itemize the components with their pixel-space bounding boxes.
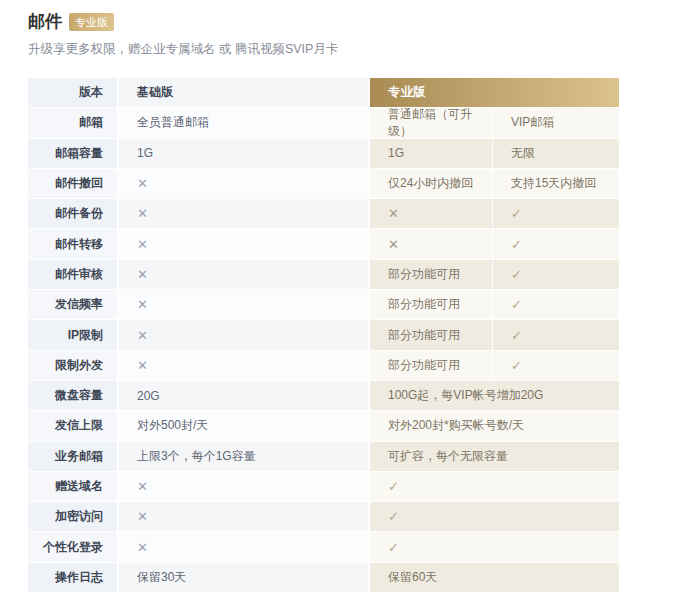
cell-value: 1G — [119, 139, 368, 168]
table-row: 业务邮箱上限3个，每个1G容量可扩容，每个无限容量 — [28, 442, 619, 471]
row-label: 赠送域名 — [28, 472, 117, 501]
cell-value: 部分功能可用 — [370, 320, 492, 349]
page-title: 邮件 — [28, 12, 62, 32]
table-row: 邮件审核✕部分功能可用✓ — [28, 260, 619, 289]
row-label: 邮件审核 — [28, 260, 117, 289]
cross-icon: ✕ — [119, 229, 368, 258]
cell-value: 部分功能可用 — [370, 260, 492, 289]
table-body: 邮箱全员普通邮箱普通邮箱（可升级）VIP邮箱邮箱容量1G1G无限邮件撤回✕仅24… — [28, 108, 619, 592]
cross-icon: ✕ — [370, 199, 492, 228]
cell-value: 上限3个，每个1G容量 — [119, 442, 368, 471]
row-label: 微盘容量 — [28, 381, 117, 410]
cross-icon: ✕ — [119, 260, 368, 289]
table-row: 邮箱容量1G1G无限 — [28, 139, 619, 168]
table-row: 邮件备份✕✕✓ — [28, 199, 619, 228]
cross-icon: ✕ — [119, 532, 368, 561]
table-row: 个性化登录✕✓ — [28, 532, 619, 561]
cross-icon: ✕ — [119, 472, 368, 501]
table-row: 邮件撤回✕仅24小时内撤回支持15天内撤回 — [28, 169, 619, 198]
cell-value: 对外500封/天 — [119, 411, 368, 440]
column-header-pro: 专业版 — [370, 78, 619, 107]
check-icon: ✓ — [370, 502, 619, 531]
row-label: 个性化登录 — [28, 532, 117, 561]
cell-value: 全员普通邮箱 — [119, 108, 368, 137]
row-label: 邮件转移 — [28, 229, 117, 258]
page-header: 邮件 专业版 升级享更多权限，赠企业专属域名 或 腾讯视频SVIP月卡 — [28, 12, 338, 58]
cell-value: 1G — [370, 139, 492, 168]
cell-value: 普通邮箱（可升级） — [370, 108, 492, 137]
cell-value: 支持15天内撤回 — [493, 169, 619, 198]
page-subtitle: 升级享更多权限，赠企业专属域名 或 腾讯视频SVIP月卡 — [28, 41, 338, 58]
check-icon: ✓ — [493, 351, 619, 380]
check-icon: ✓ — [493, 320, 619, 349]
cross-icon: ✕ — [119, 502, 368, 531]
cell-value: 部分功能可用 — [370, 290, 492, 319]
cell-value: 20G — [119, 381, 368, 410]
cross-icon: ✕ — [370, 229, 492, 258]
cross-icon: ✕ — [119, 169, 368, 198]
table-row: 加密访问✕✓ — [28, 502, 619, 531]
table-row: 邮件转移✕✕✓ — [28, 229, 619, 258]
check-icon: ✓ — [493, 199, 619, 228]
pro-edition-badge: 专业版 — [69, 13, 114, 31]
table-row: 操作日志保留30天保留60天 — [28, 563, 619, 592]
row-label: 邮件撤回 — [28, 169, 117, 198]
check-icon: ✓ — [370, 532, 619, 561]
check-icon: ✓ — [493, 260, 619, 289]
table-row: IP限制✕部分功能可用✓ — [28, 320, 619, 349]
check-icon: ✓ — [493, 229, 619, 258]
cell-value: 无限 — [493, 139, 619, 168]
row-label: 邮箱容量 — [28, 139, 117, 168]
cell-value: 仅24小时内撤回 — [370, 169, 492, 198]
cell-value: 可扩容，每个无限容量 — [370, 442, 619, 471]
table-row: 赠送域名✕✓ — [28, 472, 619, 501]
row-label: 加密访问 — [28, 502, 117, 531]
comparison-table: 版本 基础版 专业版 邮箱全员普通邮箱普通邮箱（可升级）VIP邮箱邮箱容量1G1… — [28, 78, 619, 592]
table-row: 发信频率✕部分功能可用✓ — [28, 290, 619, 319]
cell-value: 对外200封*购买帐号数/天 — [370, 411, 619, 440]
cell-value: 部分功能可用 — [370, 351, 492, 380]
cell-value: 保留30天 — [119, 563, 368, 592]
cell-value: VIP邮箱 — [493, 108, 619, 137]
cross-icon: ✕ — [119, 351, 368, 380]
column-header-version: 版本 — [28, 78, 117, 107]
table-row: 限制外发✕部分功能可用✓ — [28, 351, 619, 380]
cell-value: 保留60天 — [370, 563, 619, 592]
table-row: 发信上限对外500封/天对外200封*购买帐号数/天 — [28, 411, 619, 440]
row-label: 发信频率 — [28, 290, 117, 319]
check-icon: ✓ — [370, 472, 619, 501]
row-label: 限制外发 — [28, 351, 117, 380]
cross-icon: ✕ — [119, 320, 368, 349]
row-label: 操作日志 — [28, 563, 117, 592]
row-label: 邮件备份 — [28, 199, 117, 228]
mail-pricing-page: 邮件 专业版 升级享更多权限，赠企业专属域名 或 腾讯视频SVIP月卡 版本 基… — [0, 0, 678, 603]
cell-value: 100G起，每VIP帐号增加20G — [370, 381, 619, 410]
table-header-row: 版本 基础版 专业版 — [28, 78, 619, 107]
cross-icon: ✕ — [119, 199, 368, 228]
row-label: IP限制 — [28, 320, 117, 349]
row-label: 邮箱 — [28, 108, 117, 137]
table-row: 微盘容量20G100G起，每VIP帐号增加20G — [28, 381, 619, 410]
row-label: 发信上限 — [28, 411, 117, 440]
row-label: 业务邮箱 — [28, 442, 117, 471]
table-row: 邮箱全员普通邮箱普通邮箱（可升级）VIP邮箱 — [28, 108, 619, 137]
check-icon: ✓ — [493, 290, 619, 319]
cross-icon: ✕ — [119, 290, 368, 319]
column-header-basic: 基础版 — [119, 78, 368, 107]
